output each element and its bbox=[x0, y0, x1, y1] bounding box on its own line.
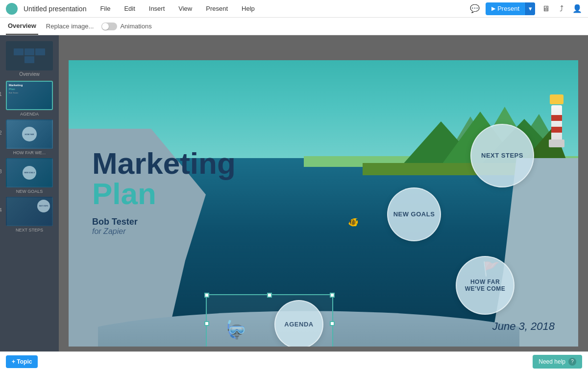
share-icon[interactable]: ⤴ bbox=[557, 4, 566, 14]
lighthouse-stripe-2 bbox=[551, 127, 562, 133]
add-topic-button[interactable]: + Topic bbox=[6, 355, 38, 368]
main-area: Overview 1 Marketing Plan Bob Tester AGE… bbox=[0, 35, 588, 371]
slide-label-3: NEW GOALS bbox=[6, 189, 53, 194]
handle-tm[interactable] bbox=[267, 293, 272, 298]
menu-help[interactable]: Help bbox=[238, 3, 259, 14]
app-logo bbox=[6, 3, 18, 15]
toolbar: Overview Replace image... Animations bbox=[0, 18, 588, 35]
selection-box bbox=[206, 294, 333, 347]
present-label: Present bbox=[497, 5, 519, 12]
slide-thumb-img-4: NEXT STEPS bbox=[6, 197, 53, 226]
lighthouse bbox=[549, 94, 564, 147]
sidebar-slide-4[interactable]: 4 NEXT STEPS NEXT STEPS bbox=[6, 197, 53, 232]
handle-ml[interactable] bbox=[204, 321, 209, 326]
slide-num-4: 4 bbox=[0, 208, 2, 213]
slide-num-1: 1 bbox=[0, 92, 2, 97]
lighthouse-light bbox=[550, 94, 564, 104]
need-help-button[interactable]: Need help ? bbox=[533, 355, 582, 369]
slide-label-4: NEXT STEPS bbox=[6, 228, 53, 232]
toggle-switch[interactable] bbox=[101, 23, 117, 30]
slide-date: June 3, 2018 bbox=[492, 320, 555, 333]
animations-toggle[interactable]: Animations bbox=[101, 23, 151, 30]
menu-insert[interactable]: Insert bbox=[145, 3, 169, 14]
lighthouse-base bbox=[549, 139, 564, 147]
sidebar-slide-2[interactable]: 2 HOW FAR HOW FAR WE... bbox=[6, 119, 53, 155]
sidebar-overview-thumb[interactable]: Overview bbox=[6, 41, 53, 77]
menu-file[interactable]: File bbox=[96, 3, 114, 14]
handle-tl[interactable] bbox=[204, 293, 209, 298]
chat-icon[interactable]: 💬 bbox=[470, 4, 480, 14]
bubble-next-steps-label: NEXT STEPS bbox=[481, 152, 523, 159]
user-icon[interactable]: 👤 bbox=[572, 4, 582, 14]
present-button-main[interactable]: ▶ Present bbox=[486, 2, 525, 15]
menu-edit[interactable]: Edit bbox=[120, 3, 139, 14]
present-dropdown-arrow[interactable]: ▾ bbox=[525, 2, 535, 15]
topbar-right: 💬 ▶ Present ▾ 🖥 ⤴ 👤 bbox=[470, 2, 582, 15]
fish-icon: 🐠 bbox=[348, 217, 359, 228]
present-button[interactable]: ▶ Present ▾ bbox=[486, 2, 535, 15]
bottom-bar: + Topic Need help ? bbox=[0, 351, 588, 371]
toolbar-overview[interactable]: Overview bbox=[6, 18, 38, 35]
slide-num-2: 2 bbox=[0, 130, 2, 136]
slide-author: Bob Tester bbox=[92, 217, 236, 227]
bubble-how-far[interactable]: HOW FAR WE'VE COME bbox=[456, 256, 514, 315]
title-plan: Plan bbox=[92, 179, 236, 209]
overview-thumb-image bbox=[6, 41, 53, 70]
canvas-area: Marketing Plan Bob Tester for Zapier Jun… bbox=[59, 35, 588, 371]
handle-tr[interactable] bbox=[330, 293, 335, 298]
slide-company: for Zapier bbox=[92, 227, 236, 236]
slide-label-2: HOW FAR WE... bbox=[6, 150, 53, 155]
monitor-icon[interactable]: 🖥 bbox=[541, 4, 551, 14]
slide-title-block: Marketing Plan Bob Tester for Zapier bbox=[92, 148, 236, 236]
sidebar-slide-3[interactable]: 3 NEW GOALS NEW GOALS bbox=[6, 158, 53, 194]
menu-present[interactable]: Present bbox=[202, 3, 232, 14]
animations-label: Animations bbox=[120, 23, 151, 30]
title-marketing: Marketing bbox=[92, 148, 236, 179]
top-bar: Untitled presentation File Edit Insert V… bbox=[0, 0, 588, 18]
slide-thumb-img-2: HOW FAR bbox=[6, 119, 53, 149]
lighthouse-body bbox=[551, 105, 562, 139]
menu-view[interactable]: View bbox=[174, 3, 196, 14]
slide-thumb-img-1: Marketing Plan Bob Tester bbox=[6, 81, 53, 110]
bubble-next-steps[interactable]: NEXT STEPS bbox=[470, 124, 534, 187]
bubble-new-goals[interactable]: NEW GOALS bbox=[387, 187, 441, 241]
slide-label-1: AGENDA bbox=[6, 112, 53, 116]
help-icon: ? bbox=[568, 358, 576, 366]
slide-canvas[interactable]: Marketing Plan Bob Tester for Zapier Jun… bbox=[69, 60, 578, 347]
overview-label: Overview bbox=[6, 71, 53, 77]
app-title: Untitled presentation bbox=[24, 5, 86, 13]
need-help-label: Need help bbox=[539, 358, 565, 365]
bubble-new-goals-label: NEW GOALS bbox=[393, 210, 435, 218]
slide-thumb-img-3: NEW GOALS bbox=[6, 158, 53, 187]
sidebar: Overview 1 Marketing Plan Bob Tester AGE… bbox=[0, 35, 59, 371]
toggle-knob bbox=[102, 23, 109, 30]
bubble-how-far-label: HOW FAR WE'VE COME bbox=[465, 278, 506, 292]
lighthouse-stripe-1 bbox=[551, 115, 562, 121]
handle-mr[interactable] bbox=[330, 321, 335, 326]
slide-num-3: 3 bbox=[0, 169, 2, 174]
sidebar-slide-1[interactable]: 1 Marketing Plan Bob Tester AGENDA bbox=[6, 81, 53, 116]
toolbar-replace[interactable]: Replace image... bbox=[46, 23, 94, 30]
